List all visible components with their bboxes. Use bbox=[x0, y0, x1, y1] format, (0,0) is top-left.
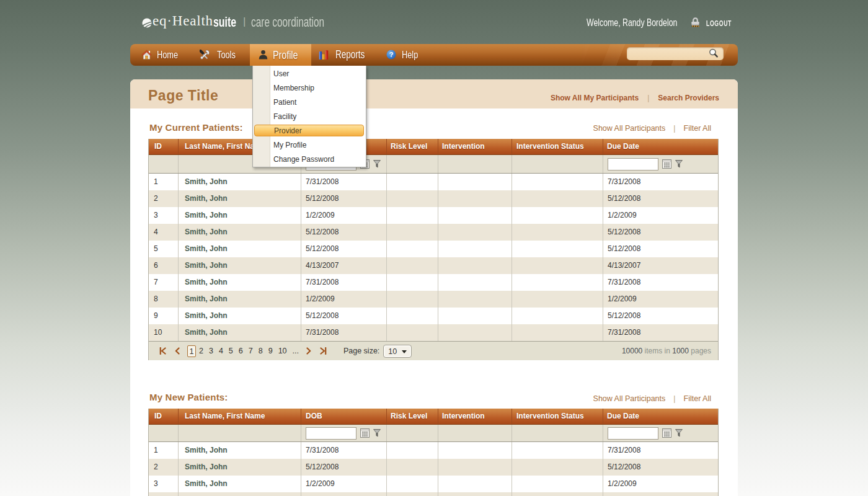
svg-text:?: ? bbox=[389, 51, 394, 58]
